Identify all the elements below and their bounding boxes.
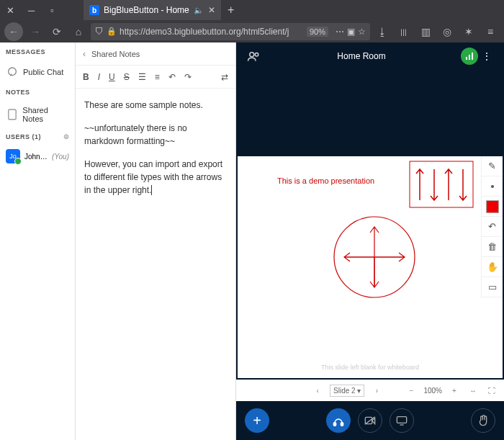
new-tab-button[interactable]: + [221, 0, 241, 20]
options-menu-button[interactable]: ⋮ [478, 48, 495, 65]
public-chat-label: Public Chat [23, 68, 63, 76]
shared-notes-label: Shared Notes [22, 106, 69, 123]
svg-point-3 [255, 53, 258, 57]
gear-icon[interactable]: ⚙ [63, 133, 70, 140]
drawing-circle-arrows [331, 214, 418, 300]
shared-notes-item[interactable]: Shared Notes [0, 102, 75, 127]
tool-pan-button[interactable]: ✋ [482, 257, 503, 277]
menu-icon[interactable]: ≡ [481, 22, 500, 41]
shared-notes-title: Shared Notes [91, 50, 140, 58]
tab-close-icon[interactable]: ✕ [208, 5, 215, 15]
raise-hand-button[interactable] [471, 408, 495, 433]
notes-icon [6, 108, 18, 121]
browser-tab[interactable]: b BigBlueButton - Home 🔈 ✕ [84, 0, 221, 20]
extension-icon-1[interactable]: ◎ [438, 22, 456, 41]
zoom-in-button[interactable]: + [448, 385, 461, 398]
slide-text: This is a demo presentation [277, 176, 374, 185]
svg-rect-6 [472, 53, 473, 60]
shield-icon[interactable]: ⛉ [95, 27, 104, 37]
extension-icon-2[interactable]: ✶ [459, 22, 478, 41]
fullscreen-button[interactable]: ⛶ [485, 385, 498, 398]
users-toggle-icon[interactable] [245, 48, 262, 65]
svg-rect-1 [9, 109, 16, 120]
notes-back-button[interactable]: ‹ [83, 49, 86, 59]
svg-point-0 [9, 68, 17, 76]
svg-rect-13 [397, 417, 406, 423]
slide-footer-text: This slide left blank for whiteboard [238, 364, 503, 371]
svg-rect-5 [469, 55, 470, 60]
tool-thickness-button[interactable] [482, 176, 503, 197]
unordered-list-button[interactable]: ≡ [155, 72, 160, 82]
tool-multiuser-button[interactable]: ▭ [482, 277, 503, 297]
zoom-out-button[interactable]: − [405, 385, 418, 398]
underline-button[interactable]: U [109, 72, 115, 82]
actions-add-button[interactable]: + [245, 408, 269, 433]
svg-rect-9 [333, 423, 336, 426]
messages-header: MESSAGES [0, 42, 75, 61]
window-minimize-icon[interactable]: ─ [21, 0, 42, 20]
sidebar-icon[interactable]: ▥ [416, 22, 435, 41]
nav-back-button[interactable]: ← [4, 22, 23, 41]
zoom-badge[interactable]: 90% [307, 27, 328, 37]
redo-button[interactable]: ↷ [184, 72, 192, 82]
strikethrough-button[interactable]: S [124, 72, 130, 82]
notes-toolbar: B I U S ☰ ≡ ↶ ↷ ⇄ [76, 66, 235, 89]
lock-icon[interactable]: 🔒 [107, 27, 117, 36]
library-icon[interactable]: ⫼ [395, 22, 413, 41]
audio-icon[interactable]: 🔈 [194, 6, 204, 15]
nav-forward-button[interactable]: → [26, 22, 45, 41]
svg-point-2 [250, 53, 254, 57]
user-list-sidebar: MESSAGES Public Chat NOTES Shared Notes … [0, 42, 76, 440]
notes-line: ~~unfortunately there is no markdown for… [84, 122, 227, 148]
user-you-label: (You) [52, 153, 69, 161]
share-screen-button[interactable] [390, 408, 414, 433]
audio-button[interactable] [326, 408, 351, 433]
room-title: Home Room [262, 51, 461, 61]
user-name: John Per… [24, 153, 48, 161]
users-header: USERS (1) [6, 133, 41, 140]
whiteboard-slide[interactable]: This is a demo presentation [238, 156, 503, 378]
whiteboard-toolbar: ✎ ↶ 🗑 ✋ ▭ [481, 156, 503, 297]
slide-select[interactable]: Slide 2 ▾ [330, 385, 364, 397]
tool-pencil-button[interactable]: ✎ [482, 156, 503, 176]
window-maximize-icon[interactable]: ▫ [42, 0, 63, 20]
svg-line-12 [365, 417, 375, 425]
action-bar: + [236, 401, 504, 440]
italic-button[interactable]: I [98, 72, 100, 82]
tab-title: BigBlueButton - Home [104, 5, 189, 15]
connection-status-icon[interactable] [461, 48, 478, 65]
next-slide-button[interactable]: › [370, 385, 383, 398]
nav-reload-button[interactable]: ⟳ [48, 22, 66, 41]
window-close-icon[interactable]: ✕ [0, 0, 21, 20]
tool-undo-button[interactable]: ↶ [482, 217, 503, 237]
bookmark-icon[interactable]: ☆ [358, 27, 366, 37]
reader-icon[interactable]: ▣ [347, 27, 355, 37]
tab-spacer [63, 0, 84, 20]
fit-width-button[interactable]: ↔ [467, 385, 480, 398]
svg-rect-10 [341, 423, 343, 426]
drawing-arrows-box [409, 161, 474, 208]
chat-icon [6, 66, 19, 78]
shared-notes-panel: ‹ Shared Notes B I U S ☰ ≡ ↶ ↷ ⇄ These a… [76, 42, 236, 440]
prev-slide-button[interactable]: ‹ [311, 385, 324, 398]
public-chat-item[interactable]: Public Chat [0, 61, 75, 83]
url-bar[interactable]: ⛉ 🔒 https://demo3.bigbluebutton.org/html… [91, 23, 370, 40]
avatar: Jo [6, 149, 20, 163]
nav-home-button[interactable]: ⌂ [69, 22, 88, 41]
tab-favicon: b [89, 5, 99, 15]
import-export-button[interactable]: ⇄ [221, 72, 228, 82]
presentation-area: Home Room ⋮ This is a demo presentation [236, 42, 504, 440]
downloads-icon[interactable]: ⭳ [373, 22, 392, 41]
undo-button[interactable]: ↶ [168, 72, 176, 82]
tool-color-button[interactable] [482, 197, 503, 217]
tool-clear-button[interactable]: 🗑 [482, 237, 503, 257]
user-list-item[interactable]: Jo John Per… (You) [0, 146, 75, 166]
notes-header: NOTES [0, 83, 75, 102]
url-text: https://demo3.bigbluebutton.org/html5cli… [120, 27, 304, 37]
notes-editor[interactable]: These are some sample notes. ~~unfortuna… [76, 89, 235, 217]
ordered-list-button[interactable]: ☰ [138, 72, 146, 82]
share-webcam-button[interactable] [358, 408, 382, 433]
more-icon[interactable]: ⋯ [336, 27, 344, 37]
zoom-level: 100% [423, 387, 442, 395]
bold-button[interactable]: B [83, 72, 89, 82]
